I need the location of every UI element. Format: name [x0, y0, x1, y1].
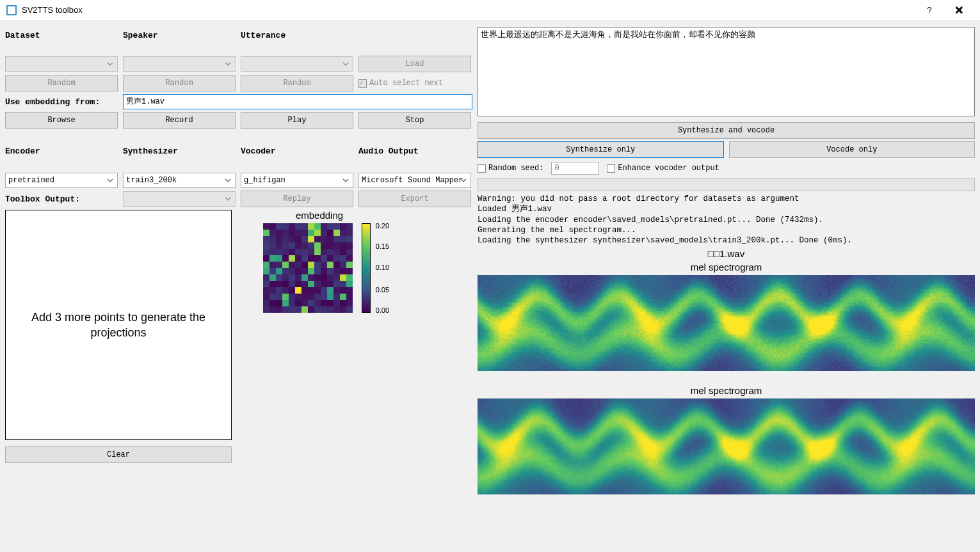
- random-seed-input[interactable]: [551, 162, 599, 175]
- help-button[interactable]: ?: [915, 5, 944, 15]
- vocoder-select[interactable]: g_hifigan: [241, 173, 353, 188]
- text-input[interactable]: 世界上最遥远的距离不是天涯海角，而是我站在你面前，却看不见你的容颜: [478, 27, 975, 116]
- mel-spectrogram-1: [478, 275, 975, 371]
- speaker-heading: Speaker: [123, 27, 236, 53]
- colorbar-tick: 0.15: [376, 242, 389, 250]
- checkbox-icon: [358, 79, 367, 88]
- colorbar-tick: 0.20: [376, 222, 389, 230]
- utterance-select[interactable]: [241, 56, 353, 72]
- checkbox-icon: [478, 164, 486, 173]
- record-button[interactable]: Record: [123, 112, 236, 129]
- use-embedding-from-label: Use embedding from:: [5, 97, 118, 107]
- replay-button[interactable]: Replay: [241, 191, 353, 207]
- toolbox-output-label: Toolbox Output:: [5, 194, 118, 204]
- auto-select-next-label: Auto select next: [369, 79, 443, 88]
- enhance-vocoder-check[interactable]: Enhance vocoder output: [607, 164, 719, 173]
- random-utterance-button[interactable]: Random: [241, 75, 353, 91]
- dataset-heading: Dataset: [5, 27, 118, 53]
- colorbar-tick: 0.00: [376, 306, 389, 314]
- random-seed-check[interactable]: Random seed:: [478, 164, 543, 173]
- audio-output-heading: Audio Output: [358, 143, 471, 170]
- synthesizer-select[interactable]: train3_200k: [123, 173, 236, 188]
- app-icon: [6, 5, 17, 15]
- mel-spectrogram-1-title: mel spectrogram: [478, 262, 975, 272]
- current-utterance-title: □□1.wav: [478, 248, 975, 259]
- colorbar-tick: 0.05: [376, 286, 389, 294]
- browse-button[interactable]: Browse: [5, 112, 118, 129]
- synthesizer-heading: Synthesizer: [123, 143, 236, 170]
- clear-button[interactable]: Clear: [5, 446, 232, 463]
- embedding-colorbar: 0.20 0.15 0.10 0.05 0.00: [362, 223, 375, 315]
- load-button[interactable]: Load: [358, 56, 471, 72]
- vocode-only-button[interactable]: Vocode only: [729, 141, 976, 158]
- stop-button[interactable]: Stop: [358, 112, 471, 129]
- random-seed-label: Random seed:: [488, 164, 543, 173]
- close-button[interactable]: 🗙: [944, 5, 974, 15]
- log-output: Warning: you did not pass a root directo…: [478, 191, 975, 248]
- vocoder-heading: Vocoder: [241, 143, 353, 170]
- mel-spectrogram-2-title: mel spectrogram: [478, 385, 975, 396]
- toolbox-output-select[interactable]: [123, 191, 236, 207]
- play-button[interactable]: Play: [241, 112, 353, 129]
- projection-message: Add 3 more points to generate the projec…: [25, 310, 212, 341]
- enhance-vocoder-label: Enhance vocoder output: [618, 164, 719, 173]
- audio-output-select[interactable]: Microsoft Sound Mapper: [358, 173, 471, 188]
- progress-bar: [478, 178, 975, 191]
- embedding-heatmap: [263, 223, 353, 313]
- mel-spectrogram-2: [478, 398, 975, 494]
- projection-panel: Add 3 more points to generate the projec…: [5, 210, 232, 440]
- auto-select-next-check[interactable]: Auto select next: [358, 79, 471, 88]
- random-dataset-button[interactable]: Random: [5, 75, 118, 91]
- checkbox-icon: [607, 164, 615, 173]
- window-title: SV2TTS toolbox: [22, 5, 915, 15]
- utterance-heading: Utterance: [241, 27, 353, 53]
- synthesize-only-button[interactable]: Synthesize only: [478, 141, 724, 158]
- colorbar-tick: 0.10: [376, 264, 389, 271]
- export-button[interactable]: Export: [358, 191, 471, 207]
- embedding-title: embedding: [239, 210, 399, 221]
- encoder-heading: Encoder: [5, 143, 118, 170]
- colorbar-gradient: [362, 223, 371, 313]
- title-bar: SV2TTS toolbox ? 🗙: [0, 0, 980, 20]
- dataset-select[interactable]: [5, 56, 118, 72]
- embedding-from-select[interactable]: 男声1.wav: [123, 94, 472, 109]
- synthesize-and-vocode-button[interactable]: Synthesize and vocode: [478, 122, 975, 139]
- speaker-select[interactable]: [123, 56, 236, 72]
- random-speaker-button[interactable]: Random: [123, 75, 236, 91]
- encoder-select[interactable]: pretrained: [5, 173, 118, 188]
